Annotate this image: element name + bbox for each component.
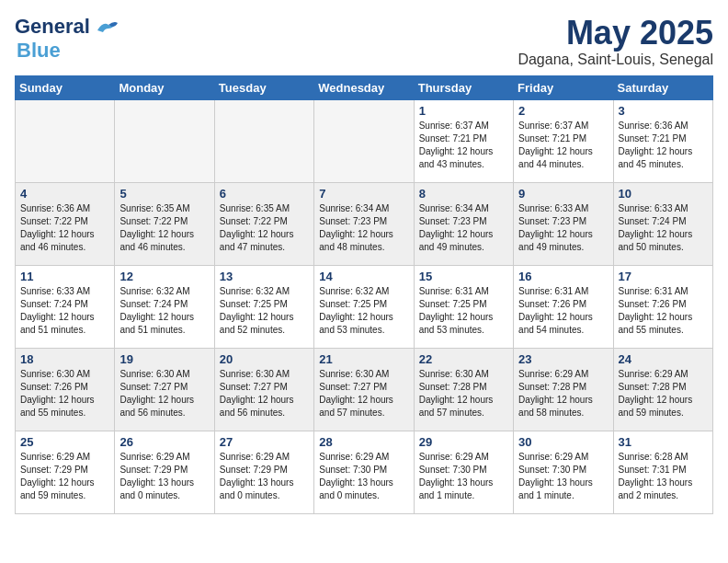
day-info: Sunrise: 6:30 AM Sunset: 7:28 PM Dayligh…: [419, 368, 508, 419]
calendar-cell: 20Sunrise: 6:30 AM Sunset: 7:27 PM Dayli…: [214, 348, 313, 431]
day-info: Sunrise: 6:29 AM Sunset: 7:28 PM Dayligh…: [619, 368, 708, 419]
day-info: Sunrise: 6:30 AM Sunset: 7:27 PM Dayligh…: [119, 368, 209, 419]
calendar-cell: 7Sunrise: 6:34 AM Sunset: 7:23 PM Daylig…: [314, 182, 414, 265]
calendar-cell: [314, 99, 414, 182]
calendar-cell: 13Sunrise: 6:32 AM Sunset: 7:25 PM Dayli…: [214, 265, 313, 348]
day-info: Sunrise: 6:31 AM Sunset: 7:25 PM Dayligh…: [419, 285, 508, 337]
day-info: Sunrise: 6:30 AM Sunset: 7:27 PM Dayligh…: [319, 368, 408, 419]
day-info: Sunrise: 6:36 AM Sunset: 7:22 PM Dayligh…: [20, 202, 109, 254]
calendar-week-row: 1Sunrise: 6:37 AM Sunset: 7:21 PM Daylig…: [16, 99, 713, 182]
day-number: 8: [419, 187, 508, 201]
calendar-subtitle: Dagana, Saint-Louis, Senegal: [518, 52, 713, 68]
day-number: 12: [119, 270, 209, 283]
calendar-cell: 6Sunrise: 6:35 AM Sunset: 7:22 PM Daylig…: [214, 182, 313, 265]
calendar-cell: 17Sunrise: 6:31 AM Sunset: 7:26 PM Dayli…: [613, 265, 712, 348]
calendar-cell: [214, 99, 313, 182]
calendar-cell: 11Sunrise: 6:33 AM Sunset: 7:24 PM Dayli…: [16, 265, 115, 348]
day-number: 19: [119, 352, 209, 366]
day-number: 14: [319, 270, 408, 283]
day-info: Sunrise: 6:34 AM Sunset: 7:23 PM Dayligh…: [319, 202, 408, 254]
day-number: 1: [419, 104, 508, 118]
day-number: 18: [20, 352, 109, 366]
calendar-cell: 18Sunrise: 6:30 AM Sunset: 7:26 PM Dayli…: [16, 348, 115, 431]
weekday-header-saturday: Saturday: [613, 75, 712, 99]
day-info: Sunrise: 6:31 AM Sunset: 7:26 PM Dayligh…: [619, 285, 708, 337]
calendar-cell: [115, 99, 214, 182]
calendar-cell: 22Sunrise: 6:30 AM Sunset: 7:28 PM Dayli…: [414, 348, 513, 431]
day-info: Sunrise: 6:34 AM Sunset: 7:23 PM Dayligh…: [419, 202, 508, 254]
calendar-cell: 29Sunrise: 6:29 AM Sunset: 7:30 PM Dayli…: [414, 431, 513, 513]
logo-bird-icon: [94, 17, 119, 36]
calendar-cell: [16, 99, 115, 182]
calendar-cell: 8Sunrise: 6:34 AM Sunset: 7:23 PM Daylig…: [414, 182, 513, 265]
day-info: Sunrise: 6:30 AM Sunset: 7:26 PM Dayligh…: [20, 368, 109, 419]
day-number: 30: [518, 435, 608, 449]
day-number: 17: [619, 270, 708, 283]
weekday-header-sunday: Sunday: [16, 75, 115, 99]
logo: General Blue: [15, 15, 119, 63]
calendar-cell: 31Sunrise: 6:28 AM Sunset: 7:31 PM Dayli…: [613, 431, 712, 513]
calendar-cell: 3Sunrise: 6:36 AM Sunset: 7:21 PM Daylig…: [613, 99, 712, 182]
day-number: 9: [518, 187, 608, 201]
calendar-title: May 2025: [518, 15, 713, 52]
weekday-header-row: SundayMondayTuesdayWednesdayThursdayFrid…: [16, 75, 713, 99]
day-info: Sunrise: 6:35 AM Sunset: 7:22 PM Dayligh…: [119, 202, 209, 254]
calendar-table: SundayMondayTuesdayWednesdayThursdayFrid…: [15, 75, 713, 514]
calendar-week-row: 4Sunrise: 6:36 AM Sunset: 7:22 PM Daylig…: [16, 182, 713, 265]
weekday-header-wednesday: Wednesday: [314, 75, 414, 99]
weekday-header-monday: Monday: [115, 75, 214, 99]
calendar-cell: 24Sunrise: 6:29 AM Sunset: 7:28 PM Dayli…: [613, 348, 712, 431]
calendar-cell: 12Sunrise: 6:32 AM Sunset: 7:24 PM Dayli…: [115, 265, 214, 348]
day-number: 10: [619, 187, 708, 201]
page-header: General Blue May 2025 Dagana, Saint-Loui…: [15, 15, 713, 68]
calendar-week-row: 25Sunrise: 6:29 AM Sunset: 7:29 PM Dayli…: [16, 431, 713, 513]
calendar-cell: 19Sunrise: 6:30 AM Sunset: 7:27 PM Dayli…: [115, 348, 214, 431]
day-number: 29: [419, 435, 508, 449]
day-number: 21: [319, 352, 408, 366]
day-number: 24: [619, 352, 708, 366]
day-number: 13: [220, 270, 309, 283]
calendar-cell: 4Sunrise: 6:36 AM Sunset: 7:22 PM Daylig…: [16, 182, 115, 265]
calendar-cell: 28Sunrise: 6:29 AM Sunset: 7:30 PM Dayli…: [314, 431, 414, 513]
calendar-cell: 25Sunrise: 6:29 AM Sunset: 7:29 PM Dayli…: [16, 431, 115, 513]
calendar-cell: 5Sunrise: 6:35 AM Sunset: 7:22 PM Daylig…: [115, 182, 214, 265]
day-number: 31: [619, 435, 708, 449]
day-number: 5: [119, 187, 209, 201]
day-number: 22: [419, 352, 508, 366]
day-info: Sunrise: 6:33 AM Sunset: 7:24 PM Dayligh…: [20, 285, 109, 337]
calendar-cell: 16Sunrise: 6:31 AM Sunset: 7:26 PM Dayli…: [514, 265, 613, 348]
day-number: 3: [619, 104, 708, 118]
calendar-cell: 14Sunrise: 6:32 AM Sunset: 7:25 PM Dayli…: [314, 265, 414, 348]
day-number: 15: [419, 270, 508, 283]
calendar-week-row: 11Sunrise: 6:33 AM Sunset: 7:24 PM Dayli…: [16, 265, 713, 348]
day-info: Sunrise: 6:29 AM Sunset: 7:29 PM Dayligh…: [119, 451, 209, 502]
calendar-cell: 27Sunrise: 6:29 AM Sunset: 7:29 PM Dayli…: [214, 431, 313, 513]
day-number: 25: [20, 435, 109, 449]
day-info: Sunrise: 6:33 AM Sunset: 7:24 PM Dayligh…: [619, 202, 708, 254]
day-info: Sunrise: 6:32 AM Sunset: 7:24 PM Dayligh…: [119, 285, 209, 337]
weekday-header-friday: Friday: [514, 75, 613, 99]
day-info: Sunrise: 6:28 AM Sunset: 7:31 PM Dayligh…: [619, 451, 708, 502]
calendar-cell: 30Sunrise: 6:29 AM Sunset: 7:30 PM Dayli…: [514, 431, 613, 513]
day-number: 16: [518, 270, 608, 283]
day-info: Sunrise: 6:30 AM Sunset: 7:27 PM Dayligh…: [220, 368, 309, 419]
day-number: 11: [20, 270, 109, 283]
calendar-cell: 23Sunrise: 6:29 AM Sunset: 7:28 PM Dayli…: [514, 348, 613, 431]
day-info: Sunrise: 6:29 AM Sunset: 7:29 PM Dayligh…: [20, 451, 109, 502]
day-info: Sunrise: 6:37 AM Sunset: 7:21 PM Dayligh…: [518, 120, 608, 171]
day-info: Sunrise: 6:29 AM Sunset: 7:30 PM Dayligh…: [419, 451, 508, 502]
day-number: 4: [20, 187, 109, 201]
calendar-cell: 2Sunrise: 6:37 AM Sunset: 7:21 PM Daylig…: [514, 99, 613, 182]
day-info: Sunrise: 6:32 AM Sunset: 7:25 PM Dayligh…: [319, 285, 408, 337]
day-info: Sunrise: 6:29 AM Sunset: 7:28 PM Dayligh…: [518, 368, 608, 419]
day-info: Sunrise: 6:29 AM Sunset: 7:30 PM Dayligh…: [518, 451, 608, 502]
day-number: 28: [319, 435, 408, 449]
day-info: Sunrise: 6:29 AM Sunset: 7:29 PM Dayligh…: [220, 451, 309, 502]
weekday-header-tuesday: Tuesday: [214, 75, 313, 99]
day-info: Sunrise: 6:29 AM Sunset: 7:30 PM Dayligh…: [319, 451, 408, 502]
calendar-cell: 9Sunrise: 6:33 AM Sunset: 7:23 PM Daylig…: [514, 182, 613, 265]
calendar-week-row: 18Sunrise: 6:30 AM Sunset: 7:26 PM Dayli…: [16, 348, 713, 431]
day-info: Sunrise: 6:36 AM Sunset: 7:21 PM Dayligh…: [619, 120, 708, 171]
logo-general: General: [15, 15, 90, 39]
day-number: 7: [319, 187, 408, 201]
